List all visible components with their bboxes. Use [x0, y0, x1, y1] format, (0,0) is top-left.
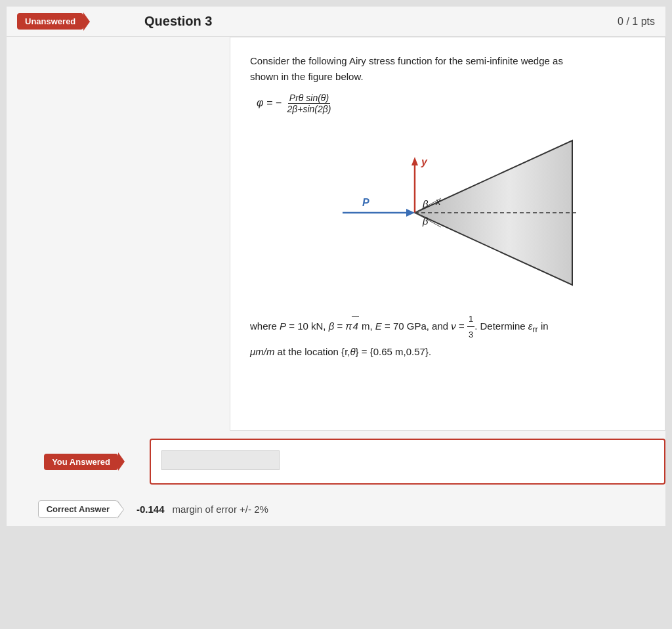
params-text: where P = 10 kN, β = π4 m, E = 70 GPa, a… [250, 311, 645, 360]
correct-answer-margin: margin of error +/- 2% [173, 504, 268, 515]
svg-marker-2 [411, 157, 418, 165]
figure-container: y P β x β [250, 127, 645, 298]
correct-answer-left-col: Correct Answer [7, 500, 118, 518]
you-answered-left-col: You Answered [7, 454, 118, 470]
svg-text:y: y [421, 156, 428, 167]
question-text: Consider the following Airy stress funct… [250, 53, 645, 85]
correct-answer-section: Correct Answer -0.144 margin of error +/… [7, 492, 665, 526]
outer-container: Unanswered Question 3 0 / 1 pts Consider… [7, 7, 665, 526]
svg-text:β: β [422, 198, 429, 209]
question-title: Question 3 [144, 14, 212, 29]
answer-box-container [150, 439, 665, 485]
question-section: Consider the following Airy stress funct… [7, 37, 665, 431]
correct-answer-value: -0.144 [136, 504, 165, 515]
correct-answer-badge: Correct Answer [38, 500, 118, 518]
you-answered-section: You Answered [7, 431, 665, 492]
formula-display: φ = − Prθ sin(θ) 2β+sin(2β) [257, 93, 645, 114]
points-display: 0 / 1 pts [618, 16, 655, 28]
wedge-figure: y P β x β [297, 127, 598, 298]
answer-input-box[interactable] [161, 450, 280, 470]
you-answered-badge: You Answered [44, 454, 118, 470]
question-left-col [7, 37, 118, 431]
unanswered-badge: Unanswered [17, 13, 83, 30]
phi-symbol: φ [257, 97, 263, 108]
you-answered-content [118, 439, 665, 485]
formula-fraction: Prθ sin(θ) 2β+sin(2β) [285, 93, 332, 114]
question-body: Consider the following Airy stress funct… [230, 37, 665, 431]
formula-numerator: Prθ sin(θ) [288, 93, 330, 104]
header-bar: Unanswered Question 3 0 / 1 pts [7, 7, 665, 37]
formula-denominator: 2β+sin(2β) [285, 104, 332, 114]
svg-text:P: P [362, 197, 369, 208]
correct-answer-content: -0.144 margin of error +/- 2% [118, 504, 665, 515]
svg-marker-6 [406, 209, 415, 217]
